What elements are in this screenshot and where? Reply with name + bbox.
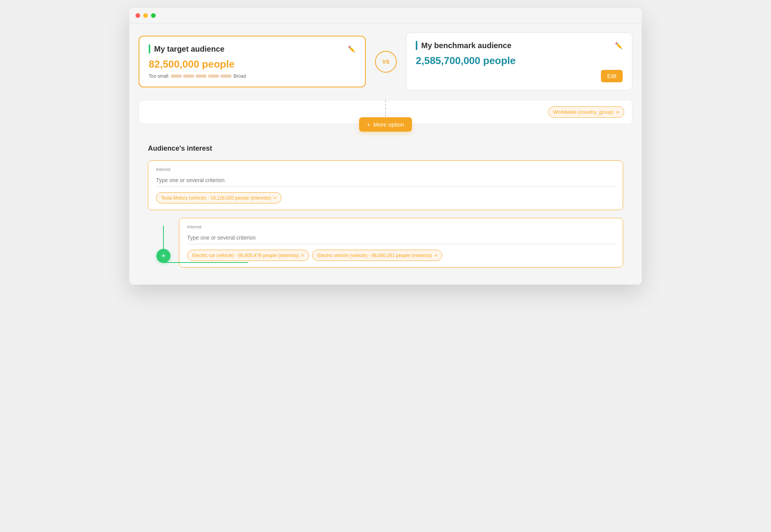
worldwide-close-icon[interactable]: × bbox=[616, 110, 619, 115]
size-segments bbox=[171, 75, 231, 78]
interest-tag-row-2: Electric car (vehicle) - 90,800,476 peop… bbox=[187, 250, 615, 261]
green-title-bar bbox=[149, 44, 150, 54]
benchmark-people-count: 2,585,700,000 people bbox=[416, 55, 623, 67]
target-people-count: 82,500,000 people bbox=[149, 58, 356, 70]
app-window: My target audience ✏️ 82,500,000 people … bbox=[129, 8, 642, 285]
benchmark-title-wrap: My benchmark audience bbox=[416, 41, 511, 50]
size-seg-3 bbox=[196, 75, 207, 78]
benchmark-audience-card: My benchmark audience ✏️ 2,585,700,000 p… bbox=[406, 33, 632, 90]
interest-label-1: Interest bbox=[156, 167, 615, 172]
electric-vehicle-tag-close[interactable]: × bbox=[434, 252, 438, 258]
interest-tag-row-1: Tesla Motors (vehicle) - 18,126,020 peop… bbox=[156, 192, 615, 203]
size-seg-1 bbox=[171, 75, 182, 78]
interest-tag-tesla: Tesla Motors (vehicle) - 18,126,020 peop… bbox=[156, 192, 281, 203]
size-seg-5 bbox=[221, 75, 231, 78]
blue-title-bar bbox=[416, 41, 417, 50]
size-seg-2 bbox=[183, 75, 194, 78]
filter-section: Worldwide (country_group) × + More optio… bbox=[139, 100, 632, 124]
tesla-tag-text: Tesla Motors (vehicle) - 18,126,020 peop… bbox=[161, 195, 271, 201]
target-edit-icon[interactable]: ✏️ bbox=[348, 45, 356, 53]
minimize-dot[interactable] bbox=[143, 13, 148, 18]
more-option-plus-icon: + bbox=[367, 121, 370, 128]
interest-label-2: Interest bbox=[187, 224, 615, 229]
maximize-dot[interactable] bbox=[151, 13, 156, 18]
audience-comparison-row: My target audience ✏️ 82,500,000 people … bbox=[139, 33, 632, 90]
target-audience-card: My target audience ✏️ 82,500,000 people … bbox=[139, 36, 366, 87]
electric-vehicle-tag-text: Electric vehicle (vehicle) - 98,080,261 … bbox=[317, 253, 432, 258]
titlebar bbox=[129, 8, 642, 23]
main-content: My target audience ✏️ 82,500,000 people … bbox=[129, 23, 642, 285]
second-interest-row: + Interest Electric car (vehicle) - 90,8… bbox=[148, 218, 623, 268]
add-interest-button[interactable]: + bbox=[156, 249, 170, 263]
benchmark-edit-button[interactable]: Edit bbox=[601, 70, 623, 82]
close-dot[interactable] bbox=[135, 13, 140, 18]
size-seg-4 bbox=[208, 75, 219, 78]
more-option-label: More option bbox=[373, 121, 404, 128]
interest-section: Audience's interest Interest Tesla Motor… bbox=[139, 137, 632, 275]
connector: + bbox=[148, 218, 179, 263]
worldwide-label: Worldwide (country_group) bbox=[553, 109, 614, 115]
size-label-small: Too small bbox=[149, 73, 168, 79]
interest-input-1[interactable] bbox=[156, 175, 615, 187]
electric-car-tag-text: Electric car (vehicle) - 90,800,476 peop… bbox=[192, 253, 299, 258]
benchmark-edit-icon[interactable]: ✏️ bbox=[615, 42, 623, 49]
connector-vertical-line bbox=[163, 226, 164, 249]
target-card-title: My target audience bbox=[154, 45, 224, 54]
connector-horizontal-line bbox=[163, 262, 248, 263]
target-title-wrap: My target audience bbox=[149, 44, 224, 54]
benchmark-card-title: My benchmark audience bbox=[421, 41, 511, 50]
size-label-broad: Broad bbox=[234, 73, 246, 79]
electric-car-tag-close[interactable]: × bbox=[301, 252, 304, 258]
benchmark-card-header: My benchmark audience ✏️ bbox=[416, 41, 623, 50]
interest-block-2: Interest Electric car (vehicle) - 90,800… bbox=[179, 218, 623, 268]
vs-circle: VS bbox=[375, 51, 397, 73]
interest-block-1: Interest Tesla Motors (vehicle) - 18,126… bbox=[148, 160, 623, 210]
tesla-tag-close[interactable]: × bbox=[273, 195, 276, 201]
interest-section-title: Audience's interest bbox=[148, 144, 623, 153]
audience-size-bar: Too small Broad bbox=[149, 73, 356, 79]
worldwide-tag: Worldwide (country_group) × bbox=[548, 106, 624, 118]
interest-tag-electric-vehicle: Electric vehicle (vehicle) - 98,080,261 … bbox=[312, 250, 442, 261]
target-card-header: My target audience ✏️ bbox=[149, 44, 356, 54]
interest-input-2[interactable] bbox=[187, 232, 615, 244]
interest-tag-electric-car: Electric car (vehicle) - 90,800,476 peop… bbox=[187, 250, 309, 261]
more-option-button[interactable]: + More option bbox=[359, 117, 412, 132]
